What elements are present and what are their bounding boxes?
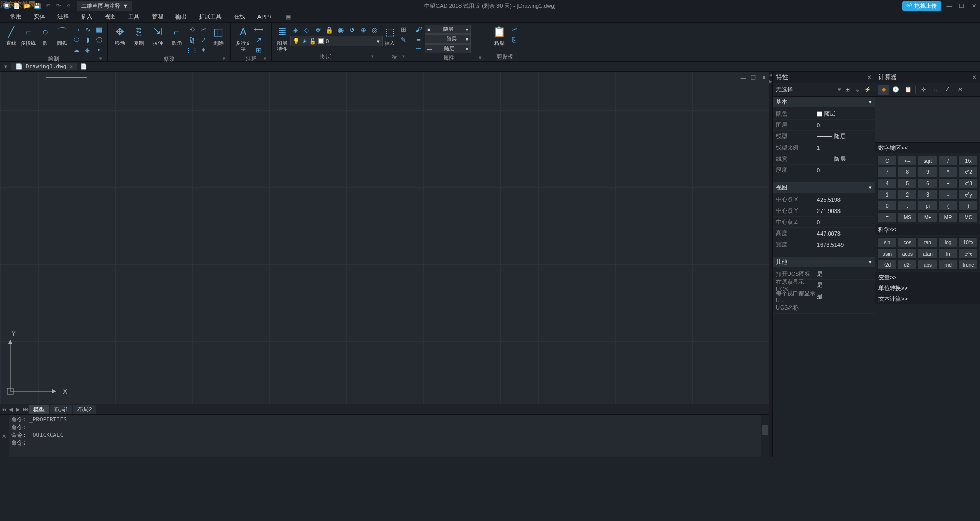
calc-key-[interactable]: * <box>938 167 958 177</box>
arc-button[interactable]: ⌒圆弧 <box>54 24 70 52</box>
prop-value[interactable]: 1673.5149 <box>817 242 875 248</box>
layer-state-icon[interactable]: ◎ <box>369 25 379 34</box>
matchprop-icon[interactable]: 🖌 <box>413 25 424 34</box>
calc-key-[interactable]: ( <box>938 201 958 211</box>
layer-combo[interactable]: 💡 ☀ 🔓 0 ▾ <box>290 36 383 46</box>
calc-key-0[interactable]: 0 <box>877 201 897 211</box>
calc-key-6[interactable]: 6 <box>918 178 937 188</box>
qat-print-icon[interactable]: 🖨 <box>64 1 73 10</box>
prop-row[interactable]: UCS名称 <box>773 302 875 314</box>
calc-key-r2d[interactable]: r2d <box>877 260 897 270</box>
layer-iso-icon[interactable]: ◈ <box>290 25 301 34</box>
calc-key-asin[interactable]: asin <box>877 248 897 259</box>
pickadd-icon[interactable]: ⊞ <box>843 86 851 94</box>
calc-key-2[interactable]: 2 <box>898 189 917 200</box>
ellipse-icon[interactable]: ⬭ <box>71 35 82 44</box>
calc-key-abs[interactable]: abs <box>918 260 937 270</box>
qat-save-icon[interactable]: 💾 <box>33 1 42 10</box>
prop-value[interactable]: 是 <box>817 293 875 300</box>
calc-getpoint-icon[interactable]: ⊹ <box>918 85 928 95</box>
explode-icon[interactable]: ✦ <box>198 45 208 54</box>
prop-section-header[interactable]: 其他▾ <box>773 257 875 267</box>
calc-intersect-icon[interactable]: ✕ <box>955 85 965 95</box>
selection-label[interactable]: 无选择 <box>776 86 836 93</box>
revcloud-icon[interactable]: ☁ <box>71 45 82 54</box>
calc-display[interactable] <box>875 97 980 143</box>
menu-annotate[interactable]: 注释 <box>52 12 74 22</box>
block-edit-icon[interactable]: ✎ <box>398 35 408 44</box>
panel-expand-icon[interactable]: ▾ <box>223 54 225 63</box>
layer-props-button[interactable]: ≣图层特性 <box>275 24 289 52</box>
calc-key-3[interactable]: 3 <box>918 189 937 200</box>
menu-manage[interactable]: 管理 <box>147 12 168 22</box>
prop-row[interactable]: 线宽随层 <box>773 153 875 165</box>
layout-tab-model[interactable]: 模型 <box>29 405 49 414</box>
prop-value[interactable]: 0 <box>817 219 875 225</box>
cmd-input-line[interactable]: 命令: <box>11 439 759 447</box>
calc-key-ln[interactable]: ln <box>938 248 958 259</box>
calc-key-d2r[interactable]: d2r <box>898 260 917 270</box>
prop-row[interactable]: 高度447.0073 <box>773 228 875 239</box>
calc-dist-icon[interactable]: ↔ <box>930 85 941 95</box>
scale-icon[interactable]: ⤢ <box>198 35 208 44</box>
dim-linear-icon[interactable]: ⟷ <box>253 25 264 34</box>
prop-value[interactable]: 是 <box>817 270 875 278</box>
menu-tools[interactable]: 工具 <box>123 12 145 22</box>
prop-value[interactable]: 271.9033 <box>817 208 875 214</box>
copy-clip-icon[interactable]: ⎘ <box>509 35 519 44</box>
close-icon[interactable]: ✕ <box>867 74 872 81</box>
calc-key-xy[interactable]: x^y <box>958 189 978 200</box>
arc-ellipse-icon[interactable]: ◗ <box>83 35 93 44</box>
calc-text-header[interactable]: 文本计算>> <box>875 294 980 304</box>
prop-row[interactable]: 每个视口都显示 U...是 <box>773 291 875 302</box>
calc-key-1x[interactable]: 1/x <box>958 156 978 166</box>
calc-key-10x[interactable]: 10^x <box>958 237 978 247</box>
doc-minimize-icon[interactable]: — <box>739 74 747 81</box>
prop-row[interactable]: 宽度1673.5149 <box>773 239 875 250</box>
calc-key-[interactable]: / <box>938 156 958 166</box>
stretch-button[interactable]: ⇲拉伸 <box>149 24 167 52</box>
panel-expand-icon[interactable]: ▾ <box>99 54 102 63</box>
calc-vars-header[interactable]: 变量>> <box>875 272 980 283</box>
calc-key-cos[interactable]: cos <box>898 237 917 247</box>
calc-key-pi[interactable]: pi <box>918 201 937 211</box>
layout-tab-1[interactable]: 布局1 <box>50 405 72 414</box>
layer-match-icon[interactable]: ◉ <box>335 25 346 34</box>
doc-restore-icon[interactable]: ❐ <box>750 74 757 81</box>
select-icon[interactable]: ⟐ <box>853 86 862 94</box>
cloud-upload-button[interactable]: 拖拽上传 <box>902 1 941 11</box>
close-icon[interactable]: ✕ <box>69 63 73 70</box>
calc-key-sin[interactable]: sin <box>877 237 897 247</box>
layer-prev-icon[interactable]: ↺ <box>347 25 357 34</box>
chevron-down-icon[interactable]: ▾ <box>838 86 841 93</box>
polyline-button[interactable]: ⌐多段线 <box>20 24 36 52</box>
calc-key-4[interactable]: 4 <box>877 178 897 188</box>
calc-key-log[interactable]: log <box>938 237 958 247</box>
prop-value[interactable]: 0 <box>817 122 875 128</box>
calc-history-icon[interactable]: 🕐 <box>891 85 901 95</box>
minimize-button[interactable]: — <box>945 2 953 10</box>
layer-freeze-icon[interactable]: ❄ <box>313 25 323 34</box>
insert-block-button[interactable]: ⬚插入 <box>383 24 397 52</box>
cmdline-close-icon[interactable]: ✕ <box>2 433 8 439</box>
prop-row[interactable]: 中心点 Y271.9033 <box>773 205 875 217</box>
fillet-button[interactable]: ⌐圆角 <box>168 24 186 52</box>
layout-last-icon[interactable]: ⏭ <box>22 405 29 413</box>
block-create-icon[interactable]: ⊞ <box>398 25 408 34</box>
layout-next-icon[interactable]: ▶ <box>14 405 22 413</box>
calc-key-sqrt[interactable]: sqrt <box>918 156 937 166</box>
menu-solid[interactable]: 实体 <box>29 12 50 22</box>
linetype-icon[interactable]: ≡ <box>413 34 424 44</box>
menu-online[interactable]: 在线 <box>229 12 250 22</box>
prop-value[interactable]: 1 <box>817 145 875 151</box>
calc-key-1[interactable]: 1 <box>877 189 897 200</box>
calc-key-MS[interactable]: MS <box>898 212 917 222</box>
prop-row[interactable]: 线型随层 <box>773 131 875 142</box>
calc-sci-header[interactable]: 科学<< <box>875 224 980 235</box>
panel-expand-icon[interactable]: ▾ <box>402 52 405 61</box>
lineweight-combo[interactable]: — 随层▾ <box>425 44 471 53</box>
doc-tab[interactable]: 📄 Drawing1.dwg ✕ <box>11 63 77 70</box>
calc-key-x3[interactable]: x^3 <box>958 178 978 188</box>
prop-section-header[interactable]: 基本▾ <box>773 97 875 107</box>
drawing-canvas[interactable]: — ❐ ✕ X Y <box>0 72 769 404</box>
